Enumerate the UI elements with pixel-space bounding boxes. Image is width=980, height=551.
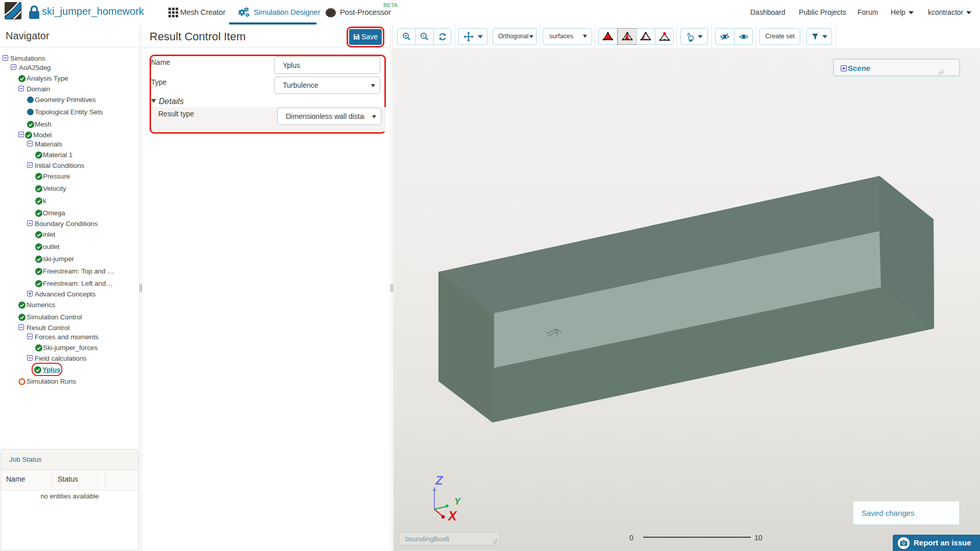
svg-text:X: X — [447, 509, 457, 523]
svg-text:Z: Z — [435, 473, 444, 487]
svg-text:Y: Y — [454, 496, 461, 507]
